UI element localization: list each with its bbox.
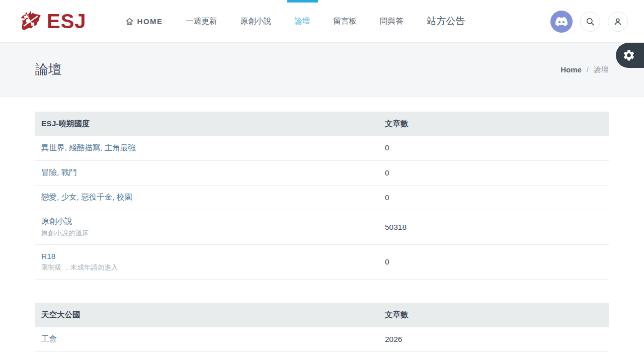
search-button[interactable] [580, 12, 600, 32]
forum-category-link[interactable]: 異世界, 殘酷描寫, 主角最強 [41, 143, 136, 153]
nav-item-site-announcements[interactable]: 站方公告 [419, 0, 473, 42]
table-title: ESJ-曉朔國度 [35, 112, 379, 136]
forum-category-link[interactable]: 冒險, 戰鬥 [41, 167, 77, 178]
breadcrumb-current: 論壇 [594, 65, 609, 74]
home-icon [125, 17, 134, 26]
column-header-count: 文章數 [379, 303, 609, 327]
forum-content: ESJ-曉朔國度 文章數 異世界, 殘酷描寫, 主角最強 0 冒險, 戰鬥 0 … [0, 97, 644, 352]
page-header-band: 論壇 Home / 論壇 [0, 43, 644, 97]
nav-label: 原創小說 [240, 16, 272, 27]
post-count: 0 [385, 257, 389, 266]
gear-icon [622, 49, 635, 62]
nav-item-message-board[interactable]: 留言板 [326, 0, 365, 42]
post-count: 0 [385, 168, 389, 177]
forum-category-description: 原創小說的溫床 [41, 229, 379, 238]
nav-label: HOME [137, 17, 163, 26]
table-row: 原創小說 原創小說的溫床 50318 [35, 210, 609, 244]
user-button[interactable] [608, 12, 628, 32]
breadcrumb-home-link[interactable]: Home [560, 65, 582, 74]
user-icon [613, 17, 623, 27]
nav-label: 問與答 [380, 16, 404, 27]
main-nav: HOME 一週更新 原創小說 論壇 留言板 問與答 站方公告 [118, 0, 473, 42]
table-row: 異世界, 殘酷描寫, 主角最強 0 [35, 136, 609, 160]
nav-item-weekly-updates[interactable]: 一週更新 [179, 0, 225, 42]
top-navbar: ESJ HOME 一週更新 原創小說 論壇 留言板 問與答 站方公告 [0, 0, 644, 43]
nav-item-qa[interactable]: 問與答 [372, 0, 411, 42]
post-count: 0 [385, 193, 389, 202]
post-count: 2026 [385, 335, 402, 343]
forum-category-description: 限制級 ，未成年請勿進入 [41, 263, 379, 272]
active-tab-indicator [287, 0, 318, 3]
table-row: 工會 2026 [35, 327, 609, 352]
breadcrumb: Home / 論壇 [560, 65, 609, 74]
forum-category-link[interactable]: R18 [41, 252, 55, 261]
table-row: R18 限制級 ，未成年請勿進入 0 [35, 244, 609, 279]
settings-button[interactable] [616, 43, 644, 68]
post-count: 50318 [385, 223, 407, 231]
nav-label: 留言板 [334, 16, 357, 27]
table-row: 冒險, 戰鬥 0 [35, 160, 609, 185]
search-icon [585, 17, 595, 27]
nav-label: 一週更新 [186, 16, 217, 27]
table-header-row: ESJ-曉朔國度 文章數 [35, 112, 609, 136]
discord-button[interactable] [550, 11, 573, 33]
column-header-count: 文章數 [379, 112, 609, 136]
table-header-row: 天空大公國 文章數 [35, 303, 609, 327]
nav-item-original-novels[interactable]: 原創小說 [233, 0, 279, 42]
table-title: 天空大公國 [35, 303, 379, 327]
esj-flag-logo-icon [18, 9, 44, 33]
breadcrumb-separator: / [587, 65, 589, 74]
table-row: 戀愛, 少女, 惡役千金, 校園 0 [35, 185, 609, 210]
nav-label: 論壇 [295, 16, 310, 27]
forum-category-link[interactable]: 戀愛, 少女, 惡役千金, 校園 [41, 192, 132, 203]
nav-item-home[interactable]: HOME [118, 0, 171, 42]
forum-table-esj: ESJ-曉朔國度 文章數 異世界, 殘酷描寫, 主角最強 0 冒險, 戰鬥 0 … [35, 112, 609, 280]
forum-table-sky-duchy: 天空大公國 文章數 工會 2026 [35, 303, 609, 352]
navbar-actions [550, 0, 628, 43]
logo-text: ESJ [47, 11, 87, 31]
page-title: 論壇 [35, 61, 61, 78]
site-logo[interactable]: ESJ [18, 9, 87, 33]
discord-icon [555, 16, 568, 28]
post-count: 0 [385, 143, 389, 152]
nav-label: 站方公告 [427, 15, 465, 28]
forum-category-link[interactable]: 工會 [41, 334, 57, 344]
nav-item-forum[interactable]: 論壇 [287, 0, 318, 42]
forum-category-link[interactable]: 原創小說 [41, 216, 72, 227]
